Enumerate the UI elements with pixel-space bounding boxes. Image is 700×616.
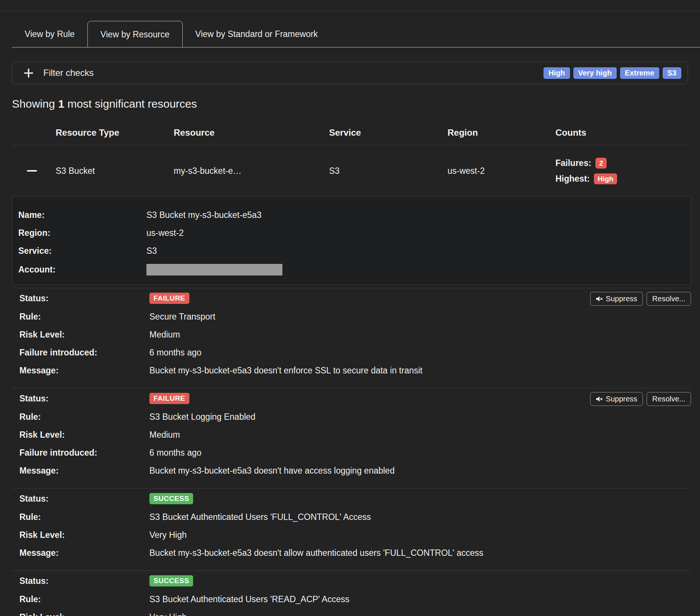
resources-table: Resource Type Resource Service Region Co… — [12, 120, 688, 196]
cell-resource-type: S3 Bucket — [56, 166, 174, 176]
failure-introduced-label: Failure introduced: — [19, 448, 149, 458]
filter-badge-s3[interactable]: S3 — [663, 67, 681, 79]
highest-risk-badge: High — [594, 173, 617, 184]
failures-count-badge: 2 — [595, 158, 607, 169]
tab-view-by-standard[interactable]: View by Standard or Framework — [183, 21, 331, 47]
header-resource: Resource — [174, 127, 329, 138]
failure-introduced-value: 6 months ago — [149, 348, 691, 358]
highest-label: Highest: — [555, 174, 590, 184]
suppress-button-label: Suppress — [606, 295, 638, 303]
plus-icon — [24, 68, 34, 78]
rule-label: Rule: — [19, 312, 149, 322]
header-counts: Counts — [555, 127, 688, 138]
risk-level-value: Medium — [149, 430, 691, 440]
failure-introduced-value: 6 months ago — [149, 448, 691, 458]
message-value: Bucket my-s3-bucket-e5a3 doesn't allow a… — [149, 548, 691, 558]
table-row[interactable]: S3 Bucket my-s3-bucket-e… S3 us-west-2 F… — [12, 145, 688, 196]
cell-region: us-west-2 — [447, 166, 555, 176]
risk-level-label: Risk Level: — [19, 430, 149, 440]
resolve-button-label: Resolve... — [652, 295, 685, 303]
resource-detail-panel: Name: S3 Bucket my-s3-bucket-e5a3 Region… — [12, 196, 691, 285]
checks-list: Status: FAILURE Rule: Secure Transport R… — [12, 288, 691, 616]
name-value: S3 Bucket my-s3-bucket-e5a3 — [146, 210, 691, 220]
tab-view-by-resource[interactable]: View by Resource — [87, 21, 183, 47]
region-label: Region: — [18, 228, 146, 238]
header-region: Region — [447, 127, 555, 138]
status-label: Status: — [19, 394, 149, 404]
check-actions: Suppress Resolve... — [590, 292, 691, 306]
header-service: Service — [329, 127, 447, 138]
failures-label: Failures: — [555, 158, 591, 168]
rule-label: Rule: — [19, 512, 149, 522]
failure-introduced-label: Failure introduced: — [19, 348, 149, 358]
message-value: Bucket my-s3-bucket-e5a3 doesn't enforce… — [149, 366, 691, 376]
status-badge: FAILURE — [149, 393, 189, 404]
suppress-button-label: Suppress — [606, 395, 638, 403]
resolve-button[interactable]: Resolve... — [647, 392, 691, 406]
collapse-row-icon[interactable] — [27, 170, 37, 172]
suppress-button[interactable]: Suppress — [590, 292, 643, 306]
status-label: Status: — [19, 293, 149, 304]
rule-value: S3 Bucket Authenticated Users 'READ_ACP'… — [149, 594, 691, 604]
rule-label: Rule: — [19, 594, 149, 604]
summary-suffix: most significant resources — [64, 98, 197, 110]
message-label: Message: — [19, 466, 149, 476]
check-secure-transport: Status: FAILURE Rule: Secure Transport R… — [12, 288, 691, 388]
check-full-control-access: Status: SUCCESS Rule: S3 Bucket Authenti… — [12, 488, 691, 570]
risk-level-label: Risk Level: — [19, 612, 149, 616]
service-value: S3 — [146, 246, 691, 256]
message-value: Bucket my-s3-bucket-e5a3 doesn't have ac… — [149, 466, 691, 476]
risk-level-label: Risk Level: — [19, 530, 149, 540]
status-badge: FAILURE — [149, 293, 189, 304]
tab-view-by-rule[interactable]: View by Rule — [12, 21, 87, 47]
account-label: Account: — [18, 265, 146, 275]
check-actions: Suppress Resolve... — [590, 392, 691, 406]
rule-value: Secure Transport — [149, 312, 691, 322]
status-label: Status: — [19, 494, 149, 504]
check-read-acp-access: Status: SUCCESS Rule: S3 Bucket Authenti… — [12, 570, 691, 616]
account-value-redacted — [146, 264, 282, 275]
rule-label: Rule: — [19, 412, 149, 422]
suppress-button[interactable]: Suppress — [590, 392, 643, 406]
filter-checks-label: Filter checks — [43, 68, 94, 78]
check-logging-enabled: Status: FAILURE Rule: S3 Bucket Logging … — [12, 388, 691, 488]
status-badge: SUCCESS — [149, 493, 193, 504]
filter-badge-very-high[interactable]: Very high — [573, 67, 617, 79]
region-value: us-west-2 — [146, 228, 691, 238]
mute-icon — [596, 296, 603, 302]
filter-badges: High Very high Extreme S3 — [543, 67, 681, 79]
filter-badge-extreme[interactable]: Extreme — [620, 67, 659, 79]
table-header-row: Resource Type Resource Service Region Co… — [12, 120, 688, 145]
message-label: Message: — [19, 548, 149, 558]
results-summary: Showing 1 most significant resources — [12, 98, 688, 110]
cell-resource: my-s3-bucket-e… — [174, 166, 329, 176]
mute-icon — [596, 396, 603, 402]
resolve-button-label: Resolve... — [652, 395, 685, 403]
rule-value: S3 Bucket Authenticated Users 'FULL_CONT… — [149, 512, 691, 522]
risk-level-value: Medium — [149, 330, 691, 340]
name-label: Name: — [18, 210, 146, 220]
cell-counts: Failures: 2 Highest: High — [555, 158, 688, 184]
view-tabs: View by Rule View by Resource View by St… — [12, 21, 700, 47]
risk-level-value: Very High — [149, 612, 691, 616]
filter-checks-bar[interactable]: Filter checks High Very high Extreme S3 — [12, 62, 688, 84]
status-badge: SUCCESS — [149, 575, 193, 586]
header-resource-type: Resource Type — [56, 127, 174, 138]
service-label: Service: — [18, 246, 146, 256]
summary-prefix: Showing — [12, 98, 58, 110]
rule-value: S3 Bucket Logging Enabled — [149, 412, 691, 422]
cell-service: S3 — [329, 166, 447, 176]
risk-level-value: Very High — [149, 530, 691, 540]
message-label: Message: — [19, 366, 149, 376]
filter-badge-high[interactable]: High — [543, 67, 570, 79]
status-label: Status: — [19, 576, 149, 586]
resolve-button[interactable]: Resolve... — [647, 292, 691, 306]
summary-count: 1 — [58, 98, 64, 110]
risk-level-label: Risk Level: — [19, 330, 149, 340]
top-divider — [0, 10, 700, 11]
